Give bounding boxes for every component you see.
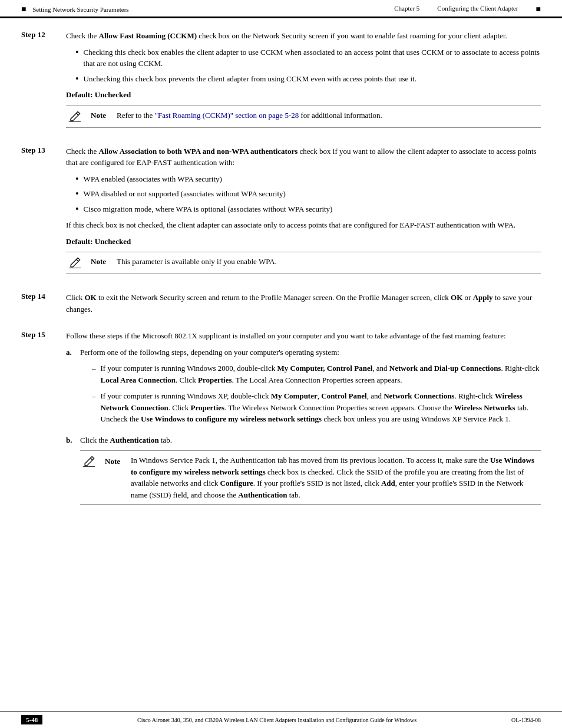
step-13-label: Step 13 [21, 146, 54, 282]
step-15-a-dashes: If your computer is running Windows 2000… [92, 363, 541, 425]
step-13-extra: If this check box is not checked, the cl… [66, 219, 541, 231]
step-15-a-dash-1-text: If your computer is running Windows 2000… [101, 363, 541, 386]
step-14-body: Click OK to exit the Network Security sc… [66, 292, 541, 319]
note-icon-12 [66, 110, 84, 124]
note-text-15b: In Windows Service Pack 1, the Authentic… [131, 454, 541, 500]
pencil-icon-12 [68, 110, 82, 124]
note-icon-15b [80, 454, 98, 469]
step-15-a-dash-2: If your computer is running Windows XP, … [92, 390, 541, 425]
step-12-label: Step 12 [21, 30, 54, 135]
step-15-label: Step 15 [21, 330, 54, 516]
step-15-a: a. Perform one of the following steps, d… [66, 347, 541, 430]
step-15-a-dash-2-text: If your computer is running Windows XP, … [101, 390, 541, 425]
step-12-note: Note Refer to the "Fast Roaming (CCKM)" … [66, 106, 541, 128]
step-15-a-dash-1: If your computer is running Windows 2000… [92, 363, 541, 386]
step-13-bullet-1: WPA enabled (associates with WPA securit… [75, 173, 541, 185]
step-14-text: Click OK to exit the Network Security sc… [66, 292, 541, 315]
step-12-bullets: Checking this check box enables the clie… [75, 47, 541, 85]
step-12-intro: Check the Allow Fast Roaming (CCKM) chec… [66, 30, 541, 42]
step-13-default: Default: Unchecked [66, 236, 541, 248]
step-13-body: Check the Allow Association to both WPA … [66, 146, 541, 282]
note-icon-13 [66, 256, 84, 270]
step-15-a-body: Perform one of the following steps, depe… [80, 347, 541, 430]
step-15-a-text: Perform one of the following steps, depe… [80, 347, 541, 358]
pencil-icon-15b [82, 454, 96, 469]
page: ■ Setting Network Security Parameters Ch… [0, 0, 562, 728]
header-left: ■ Setting Network Security Parameters [21, 5, 129, 14]
header-right-marker: ■ [536, 5, 541, 14]
header-right: Chapter 5 Configuring the Client Adapter… [394, 5, 541, 14]
step-12: Step 12 Check the Allow Fast Roaming (CC… [21, 30, 541, 135]
step-13: Step 13 Check the Allow Association to b… [21, 146, 541, 282]
step-12-default: Default: Unchecked [66, 89, 541, 101]
note-text-12: Refer to the "Fast Roaming (CCKM)" secti… [117, 110, 541, 121]
step-13-note: Note This parameter is available only if… [66, 252, 541, 274]
step-15-b: b. Click the Authentication tab. [66, 434, 541, 512]
note-label-12: Note [91, 110, 110, 120]
step-15: Step 15 Follow these steps if the Micros… [21, 330, 541, 516]
step-15-body: Follow these steps if the Microsoft 802.… [66, 330, 541, 516]
step-12-body: Check the Allow Fast Roaming (CCKM) chec… [66, 30, 541, 135]
step-15-a-label: a. [66, 347, 75, 430]
footer-description: Cisco Aironet 340, 350, and CB20A Wirele… [137, 717, 416, 723]
content: Step 12 Check the Allow Fast Roaming (CC… [0, 18, 562, 562]
step-15-b-label: b. [66, 434, 75, 512]
note-text-13: This parameter is available only if you … [117, 256, 541, 268]
step-13-bullet-2: WPA disabled or not supported (associate… [75, 188, 541, 200]
header-chapter: Chapter 5 [394, 5, 419, 14]
note-link-12[interactable]: "Fast Roaming (CCKM)" section on page 5-… [155, 111, 299, 120]
page-header: ■ Setting Network Security Parameters Ch… [0, 0, 562, 17]
step-15-alpha-list: a. Perform one of the following steps, d… [66, 347, 541, 512]
step-13-bullet-3: Cisco migration mode, where WPA is optio… [75, 203, 541, 215]
step-12-bullet-1: Checking this check box enables the clie… [75, 47, 541, 70]
step-13-intro: Check the Allow Association to both WPA … [66, 146, 541, 169]
step-12-bullet-2: Unchecking this check box prevents the c… [75, 73, 541, 85]
footer-page-num: 5-48 [21, 715, 42, 724]
header-line-marker: ■ [21, 5, 26, 14]
note-label-15b: Note [105, 454, 124, 467]
header-section: Setting Network Security Parameters [32, 6, 128, 13]
step-14-label: Step 14 [21, 292, 54, 319]
step-15-b-body: Click the Authentication tab. [80, 434, 541, 512]
step-13-bullets: WPA enabled (associates with WPA securit… [75, 173, 541, 215]
note-label-13: Note [91, 256, 110, 266]
step-15-intro: Follow these steps if the Microsoft 802.… [66, 330, 541, 342]
page-footer: 5-48 Cisco Aironet 340, 350, and CB20A W… [0, 711, 562, 728]
step-15-b-note: Note In Windows Service Pack 1, the Auth… [80, 450, 541, 505]
footer-doc-num: OL-1394-08 [511, 717, 541, 723]
pencil-icon-13 [68, 256, 82, 270]
header-title: Configuring the Client Adapter [437, 5, 518, 14]
step-15-b-text: Click the Authentication tab. [80, 434, 541, 446]
step-14: Step 14 Click OK to exit the Network Sec… [21, 292, 541, 319]
